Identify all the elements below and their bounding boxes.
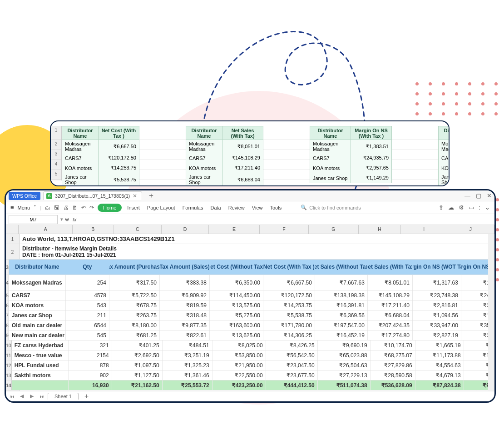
print-icon[interactable]: 🖨 <box>63 205 69 211</box>
cell-taxs[interactable]: ₹383.38 <box>160 275 210 290</box>
cell-nsw[interactable]: ₹8,051.01 <box>368 275 413 290</box>
share-icon[interactable]: ⇪ <box>439 204 444 211</box>
first-sheet-button[interactable]: ⏮ <box>8 394 16 399</box>
prev-sheet-button[interactable]: ◀ <box>18 393 26 399</box>
table-row[interactable]: 4Mokssagen Madras254₹317.50₹383.38₹6,350… <box>6 275 494 290</box>
cell-ncw[interactable]: ₹56,542.50 <box>266 350 318 360</box>
cell-mwo[interactable]: ₹4,554.63 <box>415 360 464 370</box>
grid-area[interactable]: A B C D E F G H I J 1 Auto World, 113,T.… <box>6 225 494 391</box>
next-sheet-button[interactable]: ▶ <box>28 393 36 399</box>
cell-taxs[interactable]: ₹318.48 <box>160 310 210 320</box>
file-tab[interactable]: S 3207_Distributo...07_15_173805(1) ✕ <box>43 191 142 200</box>
cell-qty[interactable]: 2154 <box>69 350 112 360</box>
zoom-lens-icon[interactable]: ⊕ <box>65 216 69 222</box>
tab-formulas[interactable]: Formulas <box>181 205 205 210</box>
tab-tools[interactable]: Tools <box>268 205 283 210</box>
table-row[interactable]: 10FZ carss Hyderbad321₹401.25₹484.51₹8,0… <box>6 340 494 350</box>
cell-mwo[interactable]: ₹2,827.19 <box>413 330 461 340</box>
cell-ncwo[interactable]: ₹21,950.00 <box>212 360 266 370</box>
menu-button[interactable]: Menu <box>18 205 30 210</box>
close-tab-icon[interactable]: ✕ <box>133 193 137 199</box>
cell-taxp[interactable]: ₹401.25 <box>112 340 163 350</box>
cell-name[interactable]: KOA motors <box>9 300 66 310</box>
new-tab-button[interactable]: ＋ <box>145 191 158 200</box>
cell-nsw[interactable]: ₹27,829.86 <box>371 360 415 370</box>
cell-name[interactable]: New main car dealer <box>9 330 66 340</box>
cell-name[interactable]: Mesco - true value <box>12 350 69 360</box>
cell-ncwo[interactable]: ₹6,350.00 <box>210 275 263 290</box>
cell-ncwo[interactable]: ₹53,850.00 <box>212 350 266 360</box>
cell-ncw[interactable]: ₹120,172.50 <box>263 290 315 300</box>
hamburger-icon[interactable]: ≡ <box>10 204 14 211</box>
cell-taxp[interactable]: ₹8,180.00 <box>109 320 160 330</box>
row-header[interactable]: 13 <box>6 370 12 380</box>
cell-nsw[interactable]: ₹6,688.04 <box>368 310 413 320</box>
cell-nswo[interactable]: ₹9,690.19 <box>318 340 371 350</box>
cell-taxs[interactable]: ₹822.61 <box>160 330 210 340</box>
last-sheet-button[interactable]: ⏭ <box>38 394 46 399</box>
cell-qty[interactable]: 4578 <box>66 290 109 300</box>
cell-ncw[interactable]: ₹23,047.50 <box>266 360 318 370</box>
name-box[interactable] <box>9 215 58 224</box>
col-header-J[interactable]: J <box>447 225 494 234</box>
cell-ncw[interactable]: ₹6,667.50 <box>263 275 315 290</box>
select-all-corner[interactable] <box>6 225 19 234</box>
window-minimize-button[interactable]: — <box>464 192 470 199</box>
cell-taxs[interactable]: ₹9,877.35 <box>160 320 210 330</box>
panel-icon[interactable]: ▭ <box>469 204 474 211</box>
cell-mwo[interactable]: ₹33,947.00 <box>413 320 461 330</box>
table-row[interactable]: 6KOA motors543₹678.75₹819.59₹13,575.00₹1… <box>6 300 494 310</box>
cell-taxp[interactable]: ₹678.75 <box>109 300 160 310</box>
col-header-E[interactable]: E <box>209 225 260 234</box>
vertical-scrollbar[interactable] <box>488 234 494 391</box>
cell-qty[interactable]: 902 <box>69 370 112 380</box>
cell-taxs[interactable]: ₹1,361.46 <box>163 370 212 380</box>
cell-nswo[interactable]: ₹27,229.13 <box>318 370 371 380</box>
open-icon[interactable]: 🗂 <box>45 205 50 211</box>
cell-nswo[interactable]: ₹197,547.00 <box>315 320 368 330</box>
cell-taxp[interactable]: ₹1,097.50 <box>112 360 163 370</box>
cell-name[interactable]: FZ carss Hyderbad <box>12 340 69 350</box>
cell-nsw[interactable]: ₹28,590.58 <box>371 370 415 380</box>
col-header-B[interactable]: B <box>73 225 114 234</box>
row-header[interactable]: 8 <box>6 320 9 330</box>
cell-nswo[interactable]: ₹138,198.38 <box>315 290 368 300</box>
cell-taxp[interactable]: ₹1,127.50 <box>112 370 163 380</box>
table-row[interactable]: 9New main car dealer545₹681.25₹822.61₹13… <box>6 330 494 340</box>
add-sheet-button[interactable]: ＋ <box>80 392 93 400</box>
save-icon[interactable]: 🖫 <box>54 205 59 211</box>
cell-nsw[interactable]: ₹17,274.80 <box>368 330 413 340</box>
table-row[interactable]: 11Mesco - true value2154₹2,692.50₹3,251.… <box>6 350 494 360</box>
cell-qty[interactable]: 254 <box>66 275 109 290</box>
cell-qty[interactable]: 211 <box>66 310 109 320</box>
cell-nsw[interactable]: ₹207,424.35 <box>368 320 413 330</box>
tab-data[interactable]: Data <box>208 205 222 210</box>
tab-insert[interactable]: Insert <box>125 205 142 210</box>
table-row[interactable]: 7Janes car Shop211₹263.75₹318.48₹5,275.0… <box>6 310 494 320</box>
print-preview-icon[interactable]: 🗎 <box>72 205 78 211</box>
col-header-F[interactable]: F <box>260 225 309 234</box>
row-header[interactable]: 4 <box>6 275 9 290</box>
col-header-C[interactable]: C <box>114 225 162 234</box>
cell-ncwo[interactable]: ₹5,275.00 <box>210 310 263 320</box>
col-header-D[interactable]: D <box>162 225 209 234</box>
command-search[interactable]: 🔍 Click to find commands <box>301 205 361 210</box>
table-row[interactable]: 5CARS74578₹5,722.50₹6,909.92₹114,450.00₹… <box>6 290 494 300</box>
cell-ncw[interactable]: ₹171,780.00 <box>263 320 315 330</box>
cell-ncwo[interactable]: ₹13,575.00 <box>210 300 263 310</box>
col-header-H[interactable]: H <box>359 225 401 234</box>
cell-ncw[interactable]: ₹8,426.25 <box>266 340 318 350</box>
tab-page-layout[interactable]: Page Layout <box>145 205 177 210</box>
redo-icon[interactable]: ↷ <box>89 205 94 211</box>
cell-nsw[interactable]: ₹68,275.07 <box>371 350 415 360</box>
cell-nsw[interactable]: ₹145,108.29 <box>368 290 413 300</box>
undo-icon[interactable]: ↶ <box>81 205 86 211</box>
cell-taxs[interactable]: ₹819.59 <box>160 300 210 310</box>
cell-mwo[interactable]: ₹2,816.81 <box>413 300 461 310</box>
row-header[interactable]: 12 <box>6 360 12 370</box>
row-header[interactable]: 11 <box>6 350 12 360</box>
cell-name[interactable]: Mokssagen Madras <box>9 275 66 290</box>
cell-nswo[interactable]: ₹16,391.81 <box>315 300 368 310</box>
cell-nsw[interactable]: ₹17,211.40 <box>368 300 413 310</box>
cell-qty[interactable]: 321 <box>69 340 112 350</box>
